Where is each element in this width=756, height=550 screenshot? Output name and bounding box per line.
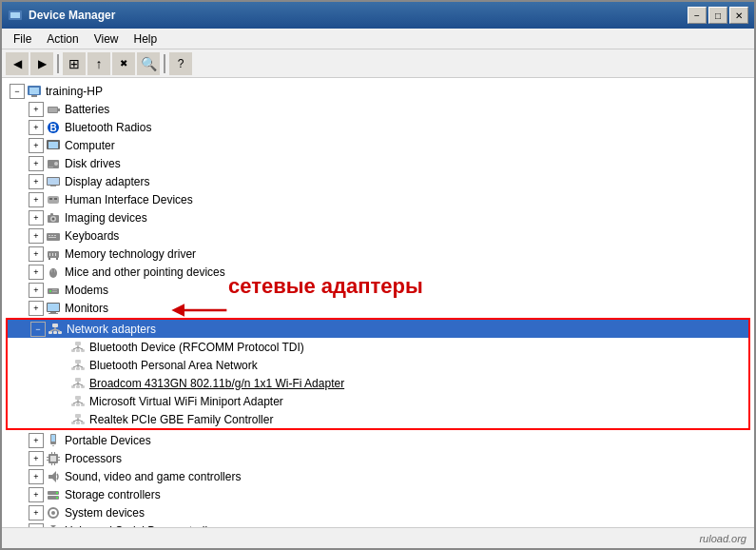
expand-modems[interactable]: + [29, 283, 44, 298]
svg-rect-50 [53, 331, 57, 334]
expand-computer[interactable]: + [29, 138, 44, 153]
expand-network[interactable]: − [30, 322, 46, 337]
storage-icon [46, 487, 61, 502]
help-button[interactable]: ? [169, 52, 192, 75]
computer-icon [27, 84, 42, 99]
keyboards-label: Keyboards [65, 229, 119, 243]
tree-monitors[interactable]: + Monitors [6, 299, 750, 317]
tree-realtek[interactable]: Realtek PCIe GBE Family Controller [8, 410, 748, 428]
svg-rect-63 [71, 367, 75, 370]
forward-button[interactable]: ▶ [30, 52, 53, 75]
svg-rect-46 [50, 312, 56, 313]
svg-rect-2 [12, 18, 18, 20]
hid-icon [46, 192, 61, 207]
svg-rect-94 [50, 456, 56, 462]
svg-line-88 [73, 420, 78, 422]
tree-display-adapters[interactable]: + Display adapters [6, 172, 750, 190]
bluetooth-rfcomm-label: Bluetooth Device (RFCOMM Protocol TDI) [89, 341, 304, 354]
svg-point-107 [56, 497, 58, 499]
tree-memory[interactable]: + Memory technology driver [6, 245, 750, 263]
update-button[interactable]: ↑ [87, 52, 110, 75]
bluetooth-icon: B [46, 120, 61, 135]
tree-keyboards[interactable]: + Keyboards [6, 226, 750, 245]
menu-help[interactable]: Help [126, 30, 165, 48]
imaging-label: Imaging devices [65, 211, 147, 225]
scan-button[interactable]: 🔍 [137, 52, 160, 75]
back-button[interactable]: ◀ [6, 52, 29, 75]
properties-button[interactable]: ⊞ [63, 52, 86, 75]
tree-portable[interactable]: + Portable Devices [6, 431, 750, 449]
svg-rect-98 [58, 460, 60, 461]
tree-storage[interactable]: + Storage controllers [6, 485, 750, 503]
tree-hid[interactable]: + Human Interface Devices [6, 190, 750, 208]
svg-rect-32 [49, 253, 50, 256]
svg-rect-83 [75, 414, 81, 418]
svg-rect-77 [71, 403, 75, 406]
realtek-label: Realtek PCIe GBE Family Controller [89, 413, 273, 426]
menu-action[interactable]: Action [39, 30, 86, 48]
menu-file[interactable]: File [6, 30, 39, 48]
svg-rect-42 [52, 289, 57, 290]
svg-rect-27 [48, 235, 50, 236]
tree-batteries[interactable]: + Batteries [6, 100, 750, 118]
close-button[interactable]: ✕ [729, 7, 748, 24]
expand-storage[interactable]: + [29, 487, 44, 502]
display-adapters-label: Display adapters [65, 175, 149, 188]
svg-rect-101 [51, 463, 52, 465]
maximize-button[interactable]: □ [708, 7, 727, 24]
tree-system[interactable]: + System devices [6, 503, 750, 521]
expand-processors[interactable]: + [29, 451, 44, 466]
menu-view[interactable]: View [87, 30, 126, 48]
tree-microsoft-wifi[interactable]: Microsoft Virtual WiFi Miniport Adapter [8, 392, 748, 410]
expand-imaging[interactable]: + [29, 210, 44, 226]
expand-mice[interactable]: + [29, 265, 44, 280]
expand-keyboards[interactable]: + [29, 228, 44, 244]
tree-network-adapters[interactable]: − Network ada [8, 320, 748, 338]
expand-root[interactable]: − [10, 84, 25, 99]
tree-mice[interactable]: + Mice and other pointing devices [6, 263, 750, 281]
svg-line-61 [78, 347, 83, 349]
expand-portable[interactable]: + [29, 433, 44, 448]
svg-point-41 [49, 290, 51, 292]
svg-rect-57 [76, 349, 80, 352]
tree-bluetooth-pan[interactable]: Bluetooth Personal Area Network [8, 356, 748, 374]
svg-line-89 [78, 420, 83, 422]
svg-line-81 [73, 402, 78, 403]
expand-hid[interactable]: + [29, 192, 44, 207]
modems-label: Modems [65, 284, 108, 297]
expand-system[interactable]: + [29, 505, 44, 521]
svg-rect-65 [81, 367, 85, 370]
uninstall-button[interactable]: ✖ [112, 52, 135, 75]
svg-line-74 [73, 383, 78, 385]
batteries-icon [46, 102, 61, 117]
watermark: ruload.org [699, 533, 746, 544]
sound-label: Sound, video and game controllers [65, 470, 241, 483]
broadcom-icon [70, 376, 86, 391]
tree-broadcom[interactable]: Broadcom 4313GN 802.11b/g/n 1x1 Wi-Fi Ad… [8, 374, 748, 392]
main-content[interactable]: − training-HP + [2, 78, 754, 527]
tree-modems[interactable]: + Modems [6, 281, 750, 299]
tree-root[interactable]: − training-HP [6, 82, 750, 100]
tree-sound[interactable]: + Sound, video and game controllers [6, 467, 750, 485]
expand-display-adapters[interactable]: + [29, 174, 44, 189]
expand-monitors[interactable]: + [29, 301, 44, 316]
tree-bluetooth-radios[interactable]: + B Bluetooth Radios [6, 118, 750, 136]
svg-line-60 [73, 347, 78, 349]
minimize-button[interactable]: − [688, 7, 707, 24]
tree-bluetooth-rfcomm[interactable]: Bluetooth Device (RFCOMM Protocol TDI) [8, 338, 748, 356]
expand-memory[interactable]: + [29, 246, 44, 262]
expand-bluetooth-radios[interactable]: + [29, 120, 44, 135]
bluetooth-pan-icon [70, 358, 86, 373]
tree-imaging[interactable]: + Imaging devices [6, 208, 750, 226]
tree-disk-drives[interactable]: + Disk drives [6, 154, 750, 172]
svg-rect-49 [48, 331, 52, 334]
expand-disk-drives[interactable]: + [29, 156, 44, 171]
expand-placeholder-1 [53, 340, 68, 355]
expand-sound[interactable]: + [29, 469, 44, 484]
expand-batteries[interactable]: + [29, 102, 44, 117]
svg-rect-30 [48, 237, 56, 238]
tree-processors[interactable]: + [6, 449, 750, 467]
tree-computer[interactable]: + Computer [6, 136, 750, 154]
expand-placeholder-4 [53, 394, 68, 409]
svg-rect-84 [71, 422, 75, 424]
